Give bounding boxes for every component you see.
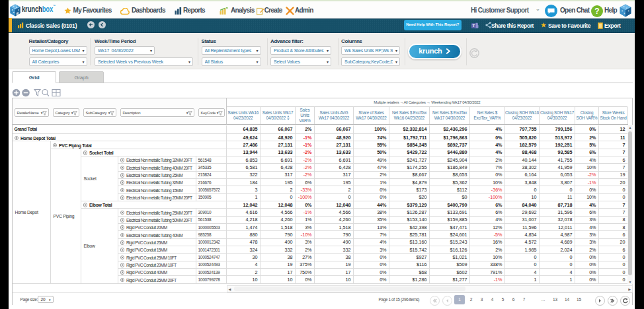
- svg-text:T: T: [472, 24, 475, 28]
- svg-text:?: ?: [594, 7, 599, 16]
